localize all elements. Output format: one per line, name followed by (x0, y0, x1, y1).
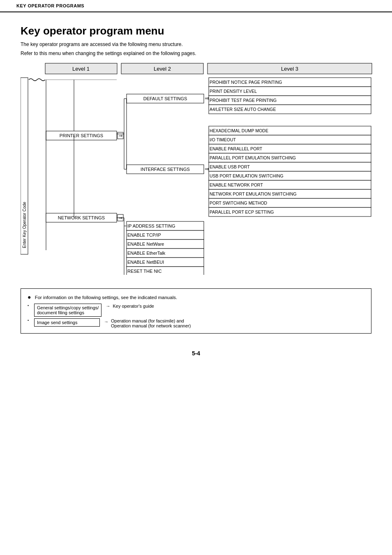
l3-prohibit-test: PROHIBIT TEST PAGE PRINTING (210, 98, 277, 103)
info-row-2: • Image send settings → Operation manual… (28, 318, 364, 328)
l3-a4-letter: A4/LETTER SIZE AUTO CHANGE (210, 107, 276, 112)
l3-parallel-ecp: PARALLEL PORT ECP SETTING (210, 210, 274, 214)
l2-ip-address: IP ADDRESS SETTING (127, 223, 175, 228)
main-diagram: Level 1 Level 2 Level 3 Enter Key Operat… (21, 61, 382, 275)
l3-network-emulation: NETWORK PORT EMULATION SWITCHING (210, 191, 297, 196)
subtitle-2: Refer to this menu when changing the set… (21, 50, 371, 57)
l3-enable-network: ENABLE NETWORK PORT (210, 182, 263, 187)
page-header: KEY OPERATOR PROGRAMS (0, 0, 392, 12)
l3-enable-usb: ENABLE USB PORT (210, 164, 250, 169)
diagram-container: Level 1 Level 2 Level 3 Enter Key Operat… (21, 61, 371, 276)
printer-settings-label: PRINTER SETTINGS (60, 133, 103, 138)
header-title: KEY OPERATOR PROGRAMS (16, 3, 84, 8)
level2-header: Level 2 (154, 66, 171, 72)
subtitle-1: The key operator programs are accessed v… (21, 41, 371, 48)
info-label-1: General settings/copy settings/document … (34, 304, 101, 317)
l2-enable-netbeui: ENABLE NetBEUI (127, 260, 164, 265)
interface-settings-label: INTERFACE SETTINGS (141, 167, 190, 172)
default-settings-label: DEFAULT SETTINGS (143, 96, 187, 101)
page-content: Key operator program menu The key operat… (0, 12, 392, 369)
l3-parallel-emulation: PARALLEL PORT EMULATION SWITCHING (210, 155, 296, 160)
info-ref-2: → Operation manual (for facsimile) andOp… (104, 318, 191, 328)
l3-prohibit-notice: PROHIBIT NOTICE PAGE PRINTING (210, 80, 282, 85)
vertical-label: Enter Key Operator Code (22, 202, 27, 248)
l3-print-density: PRINT DENSITY LEVEL (210, 89, 257, 94)
l2-enable-tcpip: ENABLE TCP/IP (127, 233, 161, 237)
l3-enable-parallel: ENABLE PARALLEL PORT (210, 146, 263, 151)
info-intro: ● For information on the following setti… (28, 294, 364, 300)
svg-line-28 (117, 99, 127, 136)
info-ref-1: → Key operator's guide (106, 304, 154, 309)
network-settings-label: NETWORK SETTINGS (58, 215, 105, 220)
l2-reset-nic: RESET THE NIC (127, 269, 161, 274)
info-label-2: Image send settings (34, 318, 100, 327)
l3-usb-emulation: USB PORT EMULATION SWITCHING (210, 173, 284, 178)
level1-header: Level 1 (72, 66, 90, 72)
l2-enable-netware: ENABLE NetWare (127, 242, 164, 246)
info-box: ● For information on the following setti… (21, 288, 371, 334)
l3-hex-dump: HEXADECIMAL DUMP MODE (210, 128, 268, 133)
l2-enable-ethertalk: ENABLE EtherTalk (127, 251, 166, 256)
page-title: Key operator program menu (21, 25, 371, 37)
page-number: 5-4 (21, 350, 371, 357)
info-row-1: • General settings/copy settings/documen… (28, 304, 364, 317)
level3-header: Level 3 (281, 66, 298, 72)
l3-port-switching: PORT SWITCHING METHOD (210, 200, 267, 205)
l3-io-timeout: I/O TIMEOUT (210, 137, 236, 142)
